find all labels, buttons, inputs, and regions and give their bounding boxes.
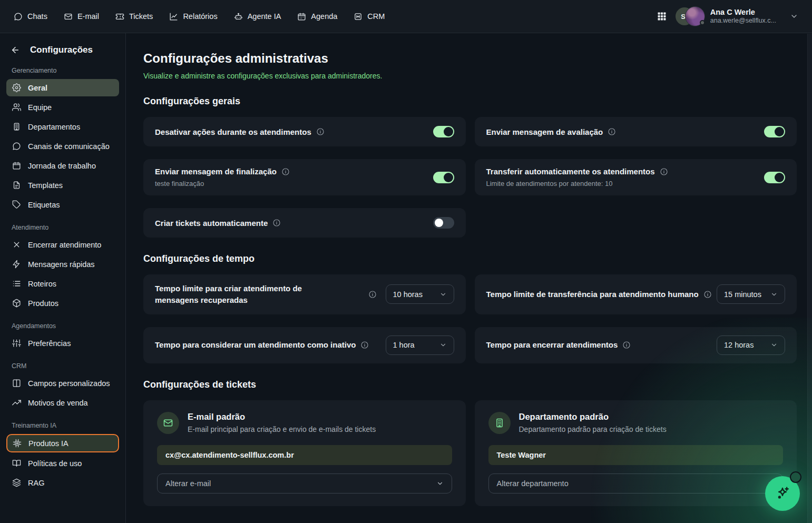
sidebar-header: Configurações	[6, 44, 119, 56]
setting-label: Enviar mensagem de avaliação	[486, 127, 603, 136]
ticket-icon	[115, 12, 124, 21]
nav-agenda[interactable]: Agenda	[297, 12, 337, 21]
nav-label: E-mail	[77, 12, 99, 21]
nav-label: Agenda	[311, 12, 337, 21]
gear-icon	[12, 83, 21, 92]
info-icon[interactable]	[622, 341, 631, 349]
toggle-mensagem-avaliacao[interactable]	[764, 126, 785, 137]
sidebar-item-label: RAG	[28, 479, 44, 487]
info-icon[interactable]	[360, 341, 369, 349]
sidebar-item-preferencias[interactable]: Preferências	[6, 334, 119, 352]
avatar	[685, 6, 705, 26]
setting-card-criar-tickets: Criar tickets automaticamente	[143, 208, 466, 238]
toggle-mensagem-finalizacao[interactable]	[433, 172, 454, 183]
sidebar-item-encerrar[interactable]: Encerrar atendimento	[6, 236, 119, 253]
card-description: E-mail principal para criação e envio de…	[188, 425, 376, 433]
user-menu[interactable]: S- Ana C Werle ana.werle@sellflux.c...	[676, 6, 798, 26]
sidebar-item-label: Produtos	[28, 299, 58, 308]
info-icon[interactable]	[608, 127, 616, 136]
sidebar-item-label: Templates	[28, 181, 63, 190]
section-tickets: Configurações de tickets E-mail padrão E…	[143, 379, 797, 506]
select-tempo-encerrar[interactable]: 12 horas	[717, 335, 785, 355]
sidebar-item-produtos[interactable]: Produtos	[6, 294, 119, 312]
settings-sidebar: Configurações Gerenciamento Geral Equipe…	[0, 33, 126, 523]
alterar-departamento-select[interactable]: Alterar departamento	[488, 473, 784, 494]
section-label-crm: CRM	[12, 362, 114, 370]
info-icon[interactable]	[272, 219, 281, 227]
toggle-criar-tickets[interactable]	[433, 217, 454, 229]
info-icon[interactable]	[281, 167, 290, 176]
select-tempo-mensagens-recuperadas[interactable]: 10 horas	[386, 284, 454, 304]
section-label-treinamento-ia: Treinamento IA	[12, 422, 114, 429]
sidebar-item-templates[interactable]: Templates	[6, 176, 119, 194]
nav-label: CRM	[367, 12, 385, 21]
select-tempo-transferencia-humano[interactable]: 15 minutos	[717, 284, 785, 304]
select-placeholder: Alterar e-mail	[165, 479, 211, 488]
sidebar-title: Configurações	[30, 45, 93, 55]
nav-email[interactable]: E-mail	[64, 12, 99, 21]
sidebar-item-produtos-ia[interactable]: Produtos IA	[6, 434, 119, 452]
nav-crm[interactable]: CRM	[354, 12, 385, 21]
card-email-padrao: E-mail padrão E-mail principal para cria…	[143, 400, 466, 506]
sidebar-item-equipe[interactable]: Equipe	[6, 98, 119, 116]
list-icon	[12, 279, 21, 288]
card-description: Departamento padrão para criação de tick…	[519, 425, 667, 433]
info-icon[interactable]	[703, 290, 712, 299]
nav-tickets[interactable]: Tickets	[115, 12, 153, 21]
chevron-down-icon	[439, 341, 447, 349]
sidebar-item-mensagens-rapidas[interactable]: Mensagens rápidas	[6, 255, 119, 273]
sidebar-item-geral[interactable]: Geral	[6, 79, 119, 96]
calendar-icon	[297, 12, 306, 21]
topbar-right: S- Ana C Werle ana.werle@sellflux.c...	[657, 6, 798, 26]
topbar: Chats E-mail Tickets Relatórios Agente I…	[0, 0, 812, 33]
sidebar-item-label: Políticas de uso	[28, 459, 82, 468]
sidebar-item-label: Equipe	[28, 103, 52, 112]
setting-card-mensagem-avaliacao: Enviar mensagem de avaliação	[475, 117, 797, 146]
section-heading-tickets: Configurações de tickets	[143, 379, 797, 390]
section-label-gerenciamento: Gerenciamento	[12, 67, 114, 74]
nav-agente-ia[interactable]: Agente IA	[234, 12, 281, 21]
toggle-transferir-automaticamente[interactable]	[764, 172, 785, 183]
user-texts: Ana C Werle ana.werle@sellflux.c...	[710, 7, 776, 25]
chat-icon	[12, 142, 21, 151]
nav-label: Agente IA	[248, 12, 281, 21]
info-icon[interactable]	[660, 167, 668, 176]
card-title: Departamento padrão	[519, 412, 667, 422]
section-heading-general: Configurações gerais	[143, 96, 797, 107]
ai-assistant-button[interactable]	[765, 476, 800, 511]
setting-card-mensagem-finalizacao: Enviar mensagem de finalização teste fin…	[143, 159, 466, 195]
arrow-left-icon[interactable]	[11, 45, 20, 55]
chevron-down-icon[interactable]	[790, 12, 798, 21]
sidebar-item-etiquetas[interactable]: Etiquetas	[6, 196, 119, 213]
select-tempo-inativo[interactable]: 1 hora	[386, 335, 454, 355]
sidebar-item-departamentos[interactable]: Departamentos	[6, 118, 119, 135]
nav-label: Chats	[27, 12, 47, 21]
toggle-desativar-acoes[interactable]	[433, 126, 454, 137]
alterar-email-select[interactable]: Alterar e-mail	[157, 473, 452, 494]
main-nav: Chats E-mail Tickets Relatórios Agente I…	[14, 12, 385, 21]
setting-card-tempo-transferencia-humano: Tempo limite de transferência para atend…	[475, 274, 797, 314]
sidebar-item-jornada[interactable]: Jornada de trabalho	[6, 157, 119, 174]
sidebar-item-motivos-venda[interactable]: Motivos de venda	[6, 394, 119, 411]
section-general: Configurações gerais Desativar ações dur…	[143, 96, 797, 238]
sidebar-item-label: Canais de comunicação	[28, 142, 110, 151]
nav-chats[interactable]: Chats	[14, 12, 47, 21]
notification-badge	[790, 471, 801, 483]
chat-icon	[14, 12, 23, 21]
sidebar-item-campos-personalizados[interactable]: Campos personalizados	[6, 374, 119, 392]
info-icon[interactable]	[368, 290, 377, 299]
sidebar-item-rag[interactable]: RAG	[6, 474, 119, 491]
sidebar-item-politicas[interactable]: Políticas de uso	[6, 455, 119, 472]
sidebar-item-canais[interactable]: Canais de comunicação	[6, 137, 119, 155]
nav-relatorios[interactable]: Relatórios	[169, 12, 217, 21]
sidebar-item-roteiros[interactable]: Roteiros	[6, 275, 119, 292]
book-icon	[12, 459, 21, 468]
setting-card-transferir-automaticamente: Transferir automaticamente os atendiment…	[475, 159, 797, 195]
select-value: 1 hora	[393, 341, 415, 349]
setting-card-tempo-encerrar: Tempo para encerrar atendimentos 12 hora…	[475, 327, 797, 363]
sidebar-item-label: Motivos de venda	[28, 399, 88, 407]
scrollbar[interactable]	[807, 34, 812, 523]
grid-icon[interactable]	[657, 11, 667, 22]
info-icon[interactable]	[316, 127, 325, 136]
tag-icon	[12, 200, 21, 209]
